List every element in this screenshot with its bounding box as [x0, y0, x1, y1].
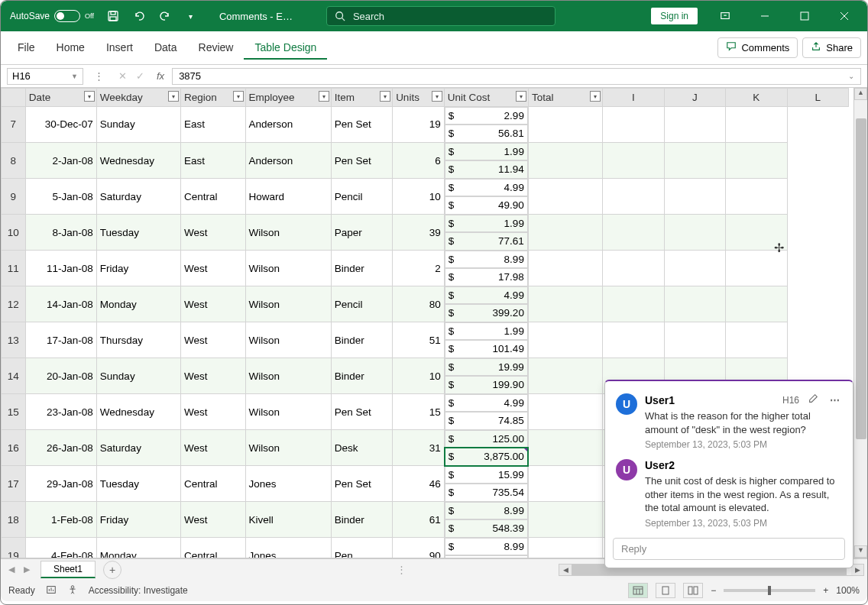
cell[interactable]: West: [180, 322, 245, 358]
cell[interactable]: $3,875.00: [445, 448, 528, 466]
cell[interactable]: $1.99: [445, 322, 528, 341]
cell[interactable]: Pen Set: [331, 466, 392, 502]
cell[interactable]: 1-Feb-08: [25, 502, 96, 538]
cell[interactable]: Anderson: [245, 106, 331, 143]
cell[interactable]: Wilson: [245, 286, 331, 322]
search-input[interactable]: Search: [326, 6, 555, 26]
cell[interactable]: [603, 251, 664, 286]
cell[interactable]: 31: [393, 430, 445, 466]
zoom-in-icon[interactable]: +: [823, 585, 828, 596]
scroll-down-icon[interactable]: ▼: [854, 545, 867, 558]
cell[interactable]: 14-Jan-08: [25, 286, 96, 322]
cell[interactable]: Binder: [331, 358, 392, 394]
cell[interactable]: Saturday: [96, 179, 180, 215]
cell[interactable]: $1.99: [445, 215, 528, 233]
cell[interactable]: Kivell: [245, 502, 331, 538]
cell[interactable]: [528, 394, 602, 430]
tab-home[interactable]: Home: [46, 37, 96, 60]
accessibility-status[interactable]: Accessibility: Investigate: [89, 585, 188, 596]
cell[interactable]: $8.99: [445, 502, 528, 520]
cell[interactable]: $74.85: [445, 412, 528, 430]
column-header-C[interactable]: Region▾: [180, 89, 245, 107]
add-sheet-button[interactable]: +: [103, 561, 121, 579]
cell[interactable]: 2: [393, 251, 445, 286]
cell[interactable]: Desk: [331, 430, 392, 466]
row-header[interactable]: 12: [2, 286, 26, 322]
cell[interactable]: 10: [393, 179, 445, 215]
enter-formula-icon[interactable]: ✓: [131, 70, 149, 82]
filter-dropdown-icon[interactable]: ▾: [590, 91, 601, 102]
filter-dropdown-icon[interactable]: ▾: [432, 91, 442, 102]
column-header-B[interactable]: Weekday▾: [96, 89, 180, 107]
cell[interactable]: Sunday: [96, 106, 180, 143]
cell[interactable]: [664, 143, 725, 179]
cell[interactable]: 46: [393, 466, 445, 502]
comments-button[interactable]: Comments: [717, 37, 798, 58]
cell[interactable]: West: [180, 286, 245, 322]
cell[interactable]: West: [180, 215, 245, 251]
cell[interactable]: [664, 251, 725, 286]
tab-file[interactable]: File: [7, 37, 46, 60]
vertical-scrollbar[interactable]: ▲ ▼: [853, 88, 867, 558]
cell[interactable]: $4.99: [445, 394, 528, 412]
qat-dropdown-icon[interactable]: ▾: [178, 3, 204, 29]
page-break-view-icon[interactable]: [683, 583, 703, 598]
cell[interactable]: $735.54: [445, 484, 528, 502]
cell[interactable]: $1.99: [445, 143, 528, 161]
filter-dropdown-icon[interactable]: ▾: [233, 91, 244, 102]
cell[interactable]: $8.99: [445, 538, 528, 556]
cell[interactable]: $49.90: [445, 196, 528, 215]
cell[interactable]: [726, 286, 787, 322]
cell[interactable]: [528, 322, 602, 358]
cell[interactable]: [726, 322, 787, 358]
cell[interactable]: $809.10: [445, 555, 528, 558]
redo-icon[interactable]: [152, 3, 178, 29]
cell[interactable]: [726, 143, 787, 179]
zoom-level[interactable]: 100%: [836, 585, 860, 596]
row-header[interactable]: 13: [2, 322, 26, 358]
cell[interactable]: West: [180, 394, 245, 430]
cell[interactable]: Binder: [331, 502, 392, 538]
scrollbar-thumb[interactable]: [856, 118, 866, 439]
cell[interactable]: $8.99: [445, 251, 528, 269]
cell[interactable]: East: [180, 143, 245, 179]
cell[interactable]: [528, 106, 602, 143]
cell[interactable]: $548.39: [445, 519, 528, 538]
cell[interactable]: $11.94: [445, 160, 528, 179]
cell[interactable]: Tuesday: [96, 215, 180, 251]
row-header[interactable]: 18: [2, 502, 26, 538]
cell[interactable]: Thursday: [96, 322, 180, 358]
cell[interactable]: [664, 322, 725, 358]
cell[interactable]: West: [180, 430, 245, 466]
autosave-toggle[interactable]: AutoSave Off: [10, 10, 94, 22]
cell[interactable]: Wilson: [245, 358, 331, 394]
cell[interactable]: 6: [393, 143, 445, 179]
cell[interactable]: 8-Jan-08: [25, 215, 96, 251]
cell[interactable]: 30-Dec-07: [25, 106, 96, 143]
cell[interactable]: Howard: [245, 179, 331, 215]
cell[interactable]: $77.61: [445, 232, 528, 251]
cell[interactable]: Saturday: [96, 430, 180, 466]
cell[interactable]: Wilson: [245, 430, 331, 466]
nav-next-icon[interactable]: ▶: [19, 565, 34, 574]
cell[interactable]: Binder: [331, 251, 392, 286]
tab-review[interactable]: Review: [188, 37, 245, 60]
cell[interactable]: 51: [393, 322, 445, 358]
cell[interactable]: Friday: [96, 251, 180, 286]
cell[interactable]: Central: [180, 466, 245, 502]
cell[interactable]: 19: [393, 106, 445, 143]
reply-input[interactable]: Reply: [613, 538, 845, 560]
cell[interactable]: $4.99: [445, 179, 528, 197]
cell[interactable]: Wednesday: [96, 394, 180, 430]
cell[interactable]: $17.98: [445, 268, 528, 286]
column-header-K[interactable]: K: [726, 89, 787, 107]
cell[interactable]: Friday: [96, 502, 180, 538]
cell[interactable]: Wilson: [245, 251, 331, 286]
cell[interactable]: $399.20: [445, 304, 528, 322]
cell[interactable]: $199.90: [445, 376, 528, 394]
edit-icon[interactable]: [805, 393, 821, 406]
undo-icon[interactable]: [126, 3, 152, 29]
cell[interactable]: $19.99: [445, 358, 528, 377]
cell[interactable]: [528, 179, 602, 215]
column-header-L[interactable]: L: [787, 89, 849, 107]
